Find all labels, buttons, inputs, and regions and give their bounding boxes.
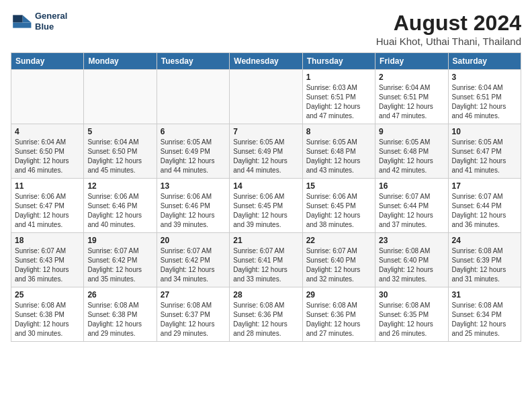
calendar-cell: 9Sunrise: 6:05 AM Sunset: 6:48 PM Daylig… xyxy=(375,124,448,179)
day-number: 23 xyxy=(379,236,444,245)
cell-info: Sunrise: 6:04 AM Sunset: 6:50 PM Dayligh… xyxy=(15,138,80,175)
cell-info: Sunrise: 6:07 AM Sunset: 6:42 PM Dayligh… xyxy=(161,246,226,284)
logo-line2: Blue xyxy=(35,21,67,32)
main-title: August 2024 xyxy=(376,11,521,36)
day-of-week-header: Tuesday xyxy=(157,53,229,70)
day-number: 2 xyxy=(379,73,444,82)
cell-info: Sunrise: 6:06 AM Sunset: 6:46 PM Dayligh… xyxy=(161,192,226,230)
calendar-cell: 4Sunrise: 6:04 AM Sunset: 6:50 PM Daylig… xyxy=(11,124,84,179)
cell-info: Sunrise: 6:06 AM Sunset: 6:45 PM Dayligh… xyxy=(233,192,298,230)
cell-info: Sunrise: 6:06 AM Sunset: 6:45 PM Dayligh… xyxy=(306,192,371,230)
day-number: 21 xyxy=(233,236,298,245)
cell-info: Sunrise: 6:07 AM Sunset: 6:42 PM Dayligh… xyxy=(87,246,152,284)
day-number: 18 xyxy=(15,236,80,245)
calendar-cell: 27Sunrise: 6:08 AM Sunset: 6:37 PM Dayli… xyxy=(157,287,229,342)
calendar-week-row: 18Sunrise: 6:07 AM Sunset: 6:43 PM Dayli… xyxy=(11,233,521,287)
cell-info: Sunrise: 6:08 AM Sunset: 6:38 PM Dayligh… xyxy=(87,301,152,338)
day-number: 11 xyxy=(15,181,80,191)
calendar-cell: 22Sunrise: 6:07 AM Sunset: 6:40 PM Dayli… xyxy=(302,233,375,287)
day-number: 10 xyxy=(452,127,517,136)
calendar-cell: 19Sunrise: 6:07 AM Sunset: 6:42 PM Dayli… xyxy=(84,233,157,287)
calendar-cell: 2Sunrise: 6:04 AM Sunset: 6:51 PM Daylig… xyxy=(375,70,448,124)
subtitle: Huai Khot, Uthai Thani, Thailand xyxy=(376,36,521,47)
day-number: 3 xyxy=(452,73,517,82)
day-of-week-header: Sunday xyxy=(11,53,84,70)
cell-info: Sunrise: 6:07 AM Sunset: 6:41 PM Dayligh… xyxy=(233,246,298,284)
cell-info: Sunrise: 6:08 AM Sunset: 6:36 PM Dayligh… xyxy=(306,301,371,338)
calendar-cell: 11Sunrise: 6:06 AM Sunset: 6:47 PM Dayli… xyxy=(11,179,84,233)
logo-icon xyxy=(11,11,32,32)
cell-info: Sunrise: 6:08 AM Sunset: 6:38 PM Dayligh… xyxy=(15,301,80,338)
day-number: 29 xyxy=(306,290,371,300)
cell-info: Sunrise: 6:08 AM Sunset: 6:37 PM Dayligh… xyxy=(161,301,226,338)
calendar-cell: 28Sunrise: 6:08 AM Sunset: 6:36 PM Dayli… xyxy=(230,287,302,342)
calendar-cell: 8Sunrise: 6:05 AM Sunset: 6:48 PM Daylig… xyxy=(302,124,375,179)
day-number: 15 xyxy=(306,181,371,191)
day-number: 7 xyxy=(233,127,298,136)
cell-info: Sunrise: 6:08 AM Sunset: 6:36 PM Dayligh… xyxy=(233,301,298,338)
svg-rect-3 xyxy=(13,23,31,28)
calendar-cell: 1Sunrise: 6:03 AM Sunset: 6:51 PM Daylig… xyxy=(302,70,375,124)
day-number: 31 xyxy=(452,290,517,300)
cell-info: Sunrise: 6:08 AM Sunset: 6:35 PM Dayligh… xyxy=(379,301,444,338)
day-number: 30 xyxy=(379,290,444,300)
calendar-week-row: 4Sunrise: 6:04 AM Sunset: 6:50 PM Daylig… xyxy=(11,124,521,179)
day-of-week-header: Saturday xyxy=(448,53,521,70)
page-header: General Blue August 2024 Huai Khot, Utha… xyxy=(11,11,521,47)
day-number: 26 xyxy=(87,290,152,300)
cell-info: Sunrise: 6:06 AM Sunset: 6:46 PM Dayligh… xyxy=(87,192,152,230)
calendar-cell: 12Sunrise: 6:06 AM Sunset: 6:46 PM Dayli… xyxy=(84,179,157,233)
cell-info: Sunrise: 6:05 AM Sunset: 6:47 PM Dayligh… xyxy=(452,138,517,175)
day-number: 12 xyxy=(87,181,152,191)
day-number: 19 xyxy=(87,236,152,245)
day-number: 5 xyxy=(87,127,152,136)
calendar-cell: 31Sunrise: 6:08 AM Sunset: 6:34 PM Dayli… xyxy=(448,287,521,342)
day-of-week-header: Thursday xyxy=(302,53,375,70)
cell-info: Sunrise: 6:07 AM Sunset: 6:44 PM Dayligh… xyxy=(452,192,517,230)
calendar-cell xyxy=(84,70,157,124)
day-number: 24 xyxy=(452,236,517,245)
calendar-cell: 10Sunrise: 6:05 AM Sunset: 6:47 PM Dayli… xyxy=(448,124,521,179)
calendar-cell: 15Sunrise: 6:06 AM Sunset: 6:45 PM Dayli… xyxy=(302,179,375,233)
calendar-cell: 7Sunrise: 6:05 AM Sunset: 6:49 PM Daylig… xyxy=(230,124,302,179)
calendar-cell: 14Sunrise: 6:06 AM Sunset: 6:45 PM Dayli… xyxy=(230,179,302,233)
calendar-cell: 16Sunrise: 6:07 AM Sunset: 6:44 PM Dayli… xyxy=(375,179,448,233)
cell-info: Sunrise: 6:07 AM Sunset: 6:40 PM Dayligh… xyxy=(306,246,371,284)
calendar-cell xyxy=(230,70,302,124)
calendar-cell xyxy=(157,70,229,124)
calendar-cell xyxy=(11,70,84,124)
day-number: 22 xyxy=(306,236,371,245)
calendar-cell: 6Sunrise: 6:05 AM Sunset: 6:49 PM Daylig… xyxy=(157,124,229,179)
day-number: 1 xyxy=(306,73,371,82)
day-number: 16 xyxy=(379,181,444,191)
day-number: 14 xyxy=(233,181,298,191)
calendar-cell: 3Sunrise: 6:04 AM Sunset: 6:51 PM Daylig… xyxy=(448,70,521,124)
cell-info: Sunrise: 6:05 AM Sunset: 6:48 PM Dayligh… xyxy=(306,138,371,175)
day-of-week-header: Monday xyxy=(84,53,157,70)
day-number: 27 xyxy=(161,290,226,300)
title-area: August 2024 Huai Khot, Uthai Thani, Thai… xyxy=(376,11,521,47)
cell-info: Sunrise: 6:04 AM Sunset: 6:50 PM Dayligh… xyxy=(87,138,152,175)
calendar-cell: 17Sunrise: 6:07 AM Sunset: 6:44 PM Dayli… xyxy=(448,179,521,233)
cell-info: Sunrise: 6:04 AM Sunset: 6:51 PM Dayligh… xyxy=(452,83,517,121)
calendar-cell: 29Sunrise: 6:08 AM Sunset: 6:36 PM Dayli… xyxy=(302,287,375,342)
cell-info: Sunrise: 6:07 AM Sunset: 6:44 PM Dayligh… xyxy=(379,192,444,230)
calendar-cell: 5Sunrise: 6:04 AM Sunset: 6:50 PM Daylig… xyxy=(84,124,157,179)
cell-info: Sunrise: 6:07 AM Sunset: 6:43 PM Dayligh… xyxy=(15,246,80,284)
svg-rect-2 xyxy=(13,15,22,22)
calendar-cell: 25Sunrise: 6:08 AM Sunset: 6:38 PM Dayli… xyxy=(11,287,84,342)
calendar-cell: 30Sunrise: 6:08 AM Sunset: 6:35 PM Dayli… xyxy=(375,287,448,342)
calendar-week-row: 1Sunrise: 6:03 AM Sunset: 6:51 PM Daylig… xyxy=(11,70,521,124)
day-of-week-header: Friday xyxy=(375,53,448,70)
calendar-cell: 20Sunrise: 6:07 AM Sunset: 6:42 PM Dayli… xyxy=(157,233,229,287)
cell-info: Sunrise: 6:05 AM Sunset: 6:48 PM Dayligh… xyxy=(379,138,444,175)
cell-info: Sunrise: 6:08 AM Sunset: 6:40 PM Dayligh… xyxy=(379,246,444,284)
calendar-cell: 24Sunrise: 6:08 AM Sunset: 6:39 PM Dayli… xyxy=(448,233,521,287)
cell-info: Sunrise: 6:08 AM Sunset: 6:34 PM Dayligh… xyxy=(452,301,517,338)
cell-info: Sunrise: 6:06 AM Sunset: 6:47 PM Dayligh… xyxy=(15,192,80,230)
cell-info: Sunrise: 6:08 AM Sunset: 6:39 PM Dayligh… xyxy=(452,246,517,284)
day-number: 13 xyxy=(161,181,226,191)
logo-line1: General xyxy=(35,11,67,21)
calendar-week-row: 25Sunrise: 6:08 AM Sunset: 6:38 PM Dayli… xyxy=(11,287,521,342)
day-number: 8 xyxy=(306,127,371,136)
